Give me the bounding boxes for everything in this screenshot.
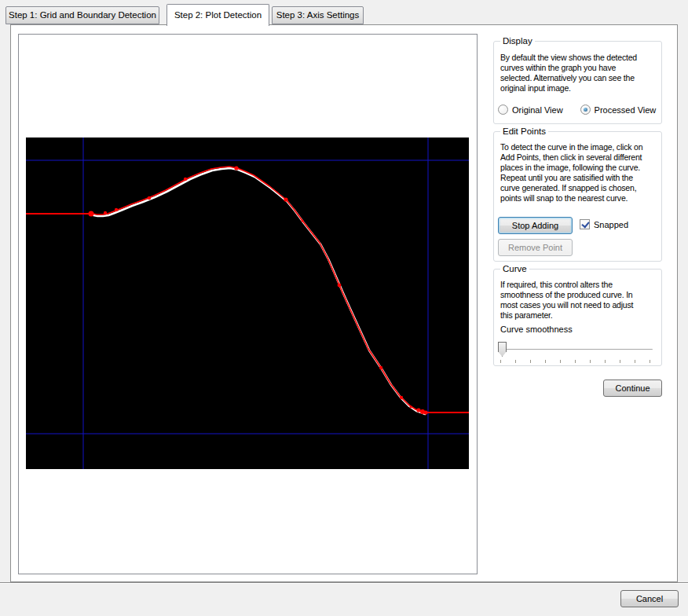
view-radio-group: Original View Processed View xyxy=(498,104,656,115)
curve-point-marker[interactable] xyxy=(400,396,403,399)
display-groupbox: Display By default the view shows the de… xyxy=(493,41,662,124)
cancel-button[interactable]: Cancel xyxy=(620,590,679,607)
snapped-check-row: Snapped xyxy=(580,219,628,229)
processed-view-radio[interactable]: Processed View xyxy=(580,104,657,115)
display-group-title: Display xyxy=(500,36,535,46)
slider-thumb[interactable] xyxy=(498,342,507,357)
slider-tick xyxy=(515,360,516,363)
tab-step3-axis-settings[interactable]: Step 3: Axis Settings xyxy=(272,6,364,24)
slider-tick xyxy=(530,360,531,363)
curve-groupbox: Curve If required, this control alters t… xyxy=(493,269,662,366)
curve-point-marker[interactable] xyxy=(104,211,107,214)
curve-point-marker[interactable] xyxy=(416,408,420,412)
continue-button[interactable]: Continue xyxy=(603,380,662,397)
original-view-radio[interactable]: Original View xyxy=(498,104,563,115)
slider-track[interactable] xyxy=(498,349,653,350)
slider-tick xyxy=(650,360,650,363)
curve-point-marker[interactable] xyxy=(409,405,412,408)
radio-circle-icon[interactable] xyxy=(498,104,508,115)
display-description: By default the view shows the detected c… xyxy=(500,53,637,94)
edit-points-description: To detect the curve in the image, click … xyxy=(500,142,642,204)
snapped-checkbox[interactable] xyxy=(580,219,590,229)
tab-step1-grid-boundary[interactable]: Step 1: Grid and Boundary Detection xyxy=(5,6,159,24)
slider-tick xyxy=(545,360,546,363)
processed-view-label: Processed View xyxy=(595,105,657,115)
remove-point-button[interactable]: Remove Point xyxy=(498,239,573,256)
slider-tick xyxy=(590,360,591,363)
slider-tick xyxy=(500,360,501,363)
curve-smoothness-slider[interactable] xyxy=(498,342,653,365)
curve-point-marker[interactable] xyxy=(284,197,287,201)
curve-point-marker[interactable] xyxy=(115,208,118,211)
curve-smoothness-label: Curve smoothness xyxy=(500,324,573,334)
slider-tick xyxy=(605,360,606,363)
edit-points-groupbox: Edit Points To detect the curve in the i… xyxy=(493,131,662,262)
detected-red-curve xyxy=(93,167,424,412)
footer-divider xyxy=(0,582,688,584)
curve-point-marker[interactable] xyxy=(89,211,94,217)
plot-svg[interactable] xyxy=(26,138,469,469)
tab-step2-plot-detection[interactable]: Step 2: Plot Detection xyxy=(167,4,269,26)
slider-tick xyxy=(575,360,576,363)
snapped-label: Snapped xyxy=(594,220,628,229)
original-white-curve xyxy=(93,168,425,414)
plot-panel xyxy=(18,34,478,574)
window: { "tabs": { "tab1": "Step 1: Grid and Bo… xyxy=(0,0,688,616)
slider-tick xyxy=(620,360,620,363)
slider-tick xyxy=(560,360,561,363)
tab-page-plot-detection: Display By default the view shows the de… xyxy=(10,24,678,582)
original-view-label: Original View xyxy=(512,105,563,115)
curve-point-marker[interactable] xyxy=(184,178,187,181)
curve-point-marker[interactable] xyxy=(148,196,151,200)
slider-ticks xyxy=(500,360,650,363)
curve-point-marker[interactable] xyxy=(234,166,238,170)
slider-tick xyxy=(635,360,635,363)
curve-group-title: Curve xyxy=(500,264,529,273)
curve-point-marker[interactable] xyxy=(338,284,342,288)
curve-description: If required, this control alters the smo… xyxy=(500,280,633,321)
curve-point-marker[interactable] xyxy=(379,366,382,369)
edit-points-group-title: Edit Points xyxy=(500,126,548,136)
stop-adding-button[interactable]: Stop Adding xyxy=(498,217,573,234)
plot-canvas[interactable] xyxy=(26,138,469,469)
radio-circle-icon[interactable] xyxy=(580,104,591,115)
curve-point-marker[interactable] xyxy=(423,410,427,414)
curve-point-marker[interactable] xyxy=(301,219,303,222)
